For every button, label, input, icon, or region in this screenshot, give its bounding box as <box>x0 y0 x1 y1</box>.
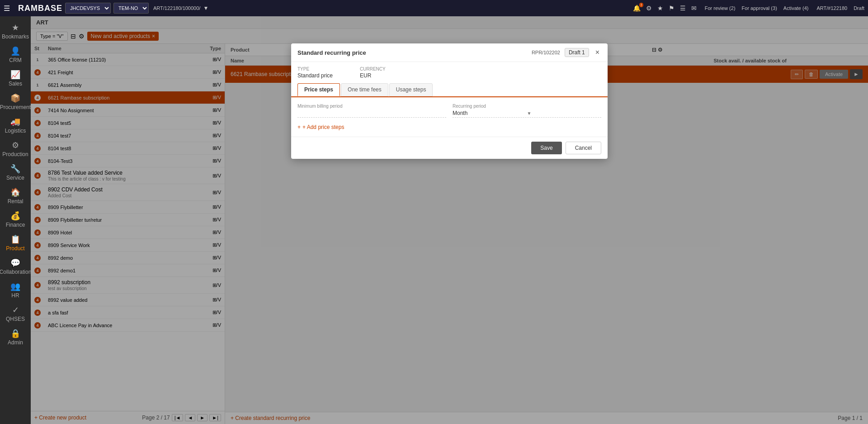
app-logo: RAMBASE <box>18 4 62 13</box>
sidebar-item-logistics[interactable]: 🚚 Logistics <box>2 114 29 137</box>
menu-icon[interactable]: ☰ <box>678 4 688 13</box>
type-value: Standard price <box>297 72 333 79</box>
draft-label: Draft <box>854 5 864 11</box>
sidebar-item-label: Sales <box>9 81 22 87</box>
production-icon: ⚙ <box>12 140 19 150</box>
sidebar-item-sales[interactable]: 📈 Sales <box>2 67 29 90</box>
activate-label[interactable]: Activate (4) <box>783 5 809 11</box>
sidebar-item-label: Rental <box>8 198 24 205</box>
notification-icon[interactable]: 🔔! <box>631 4 642 13</box>
sales-icon: 📈 <box>10 70 20 80</box>
modal-header: Standard recurring price RPR/102202 Draf… <box>291 43 608 62</box>
currency-value: EUR <box>360 72 386 79</box>
cancel-button[interactable]: Cancel <box>566 142 601 154</box>
art-ref: ART/#122180 <box>816 5 847 11</box>
sidebar-item-hr[interactable]: 👥 HR <box>2 279 29 301</box>
sidebar-item-rental[interactable]: 🏠 Rental <box>2 185 29 207</box>
sidebar-item-bookmarks[interactable]: ★ Bookmarks <box>2 20 29 43</box>
approval-label[interactable]: For approval (3) <box>742 5 777 11</box>
admin-icon: 🔒 <box>10 329 20 338</box>
system-dropdown[interactable]: JHCDEVSYS <box>65 3 111 14</box>
modal-close-btn[interactable]: × <box>594 48 601 57</box>
settings-icon[interactable]: ⚙ <box>644 4 654 13</box>
min-billing-field: Minimum billing period <box>297 104 446 118</box>
rental-icon: 🏠 <box>10 187 20 197</box>
sidebar-item-label: Service <box>6 175 24 181</box>
finance-icon: 💰 <box>10 211 20 221</box>
sidebar-item-procurement[interactable]: 📦 Procurement <box>2 91 29 113</box>
sidebar-item-product[interactable]: 📋 Product <box>2 232 29 254</box>
sidebar-item-label: Finance <box>6 222 25 228</box>
currency-label: Currency <box>360 67 386 71</box>
sidebar-item-label: CRM <box>9 57 21 63</box>
recurring-period-field: Recurring period Month ▼ <box>453 104 601 118</box>
sidebar-item-admin[interactable]: 🔒 Admin <box>2 326 29 348</box>
topbar-icons: 🔔! ⚙ ★ ⚑ ☰ ✉ <box>631 4 698 13</box>
sidebar-item-label: Production <box>2 151 28 157</box>
sidebar-item-label: Collaboration <box>0 269 31 275</box>
bookmark-icon[interactable]: ★ <box>656 4 665 13</box>
logistics-icon: 🚚 <box>10 117 20 127</box>
currency-field: Currency EUR <box>360 67 386 79</box>
type-field: Type Standard price <box>297 67 333 79</box>
sidebar-item-production[interactable]: ⚙ Production <box>2 138 29 160</box>
modal-ref: RPR/102202 <box>532 50 560 55</box>
add-price-steps-label: + Add price steps <box>302 124 344 130</box>
modal-status-text: Draft <box>569 49 580 56</box>
tem-dropdown[interactable]: TEM-NO <box>113 3 149 14</box>
recurring-period-value: Month <box>453 110 527 116</box>
hamburger-icon[interactable]: ☰ <box>4 4 10 13</box>
tab-price-steps[interactable]: Price steps <box>297 83 340 96</box>
sidebar-item-label: Bookmarks <box>2 33 29 40</box>
min-billing-label: Minimum billing period <box>297 104 446 109</box>
add-icon: + <box>297 124 301 130</box>
modal-body-grid: Minimum billing period Recurring period … <box>297 104 601 118</box>
sidebar: ★ Bookmarks 👤 CRM 📈 Sales 📦 Procurement … <box>0 16 31 424</box>
product-icon: 📋 <box>10 234 20 244</box>
modal-status-num: 1 <box>582 49 585 56</box>
recurring-period-label: Recurring period <box>453 104 601 109</box>
procurement-icon: 📦 <box>10 93 20 103</box>
crm-icon: 👤 <box>10 46 20 56</box>
tab-usage-steps[interactable]: Usage steps <box>389 83 433 96</box>
sidebar-item-label: Admin <box>8 339 23 346</box>
modal-backdrop: Standard recurring price RPR/102202 Draf… <box>31 16 868 424</box>
modal-info: Type Standard price Currency EUR <box>291 62 608 83</box>
modal-tabs: Price steps One time fees Usage steps <box>291 83 608 97</box>
modal-dialog: Standard recurring price RPR/102202 Draf… <box>291 43 608 159</box>
recurring-period-dropdown[interactable]: Month ▼ <box>453 110 601 118</box>
modal-body: Minimum billing period Recurring period … <box>291 97 608 137</box>
breadcrumb: ART/122180/100000/ <box>153 5 200 11</box>
modal-status-badge: Draft 1 <box>565 48 589 57</box>
save-button[interactable]: Save <box>531 142 561 154</box>
min-billing-value <box>297 110 446 118</box>
topbar: ☰ RAMBASE JHCDEVSYS TEM-NO ART/122180/10… <box>0 0 868 16</box>
sidebar-item-label: HR <box>11 292 19 299</box>
dropdown-arrow-icon: ▼ <box>527 111 602 116</box>
hr-icon: 👥 <box>10 281 20 291</box>
breadcrumb-menu-icon[interactable]: ▼ <box>203 5 208 11</box>
modal-title: Standard recurring price <box>297 49 527 56</box>
sidebar-item-label: QHSES <box>6 316 25 322</box>
service-icon: 🔧 <box>10 164 20 174</box>
sidebar-item-crm[interactable]: 👤 CRM <box>2 43 29 66</box>
add-price-steps-btn[interactable]: + + Add price steps <box>297 124 601 130</box>
sidebar-item-label: Product <box>6 245 24 252</box>
sidebar-item-label: Logistics <box>5 128 26 134</box>
message-icon[interactable]: ✉ <box>689 4 698 13</box>
qhses-icon: ✓ <box>12 305 19 315</box>
sidebar-item-qhses[interactable]: ✓ QHSES <box>2 302 29 325</box>
sidebar-item-finance[interactable]: 💰 Finance <box>2 208 29 231</box>
flag-icon[interactable]: ⚑ <box>667 4 676 13</box>
collaboration-icon: 💬 <box>10 258 20 268</box>
sidebar-item-service[interactable]: 🔧 Service <box>2 161 29 184</box>
sidebar-item-label: Procurement <box>0 104 31 110</box>
tab-one-time-fees[interactable]: One time fees <box>341 83 388 96</box>
sidebar-item-collaboration[interactable]: 💬 Collaboration <box>2 255 29 278</box>
bookmarks-icon: ★ <box>12 23 19 33</box>
type-label: Type <box>297 67 333 71</box>
review-label[interactable]: For review (2) <box>705 5 736 11</box>
modal-footer: Save Cancel <box>291 137 608 159</box>
